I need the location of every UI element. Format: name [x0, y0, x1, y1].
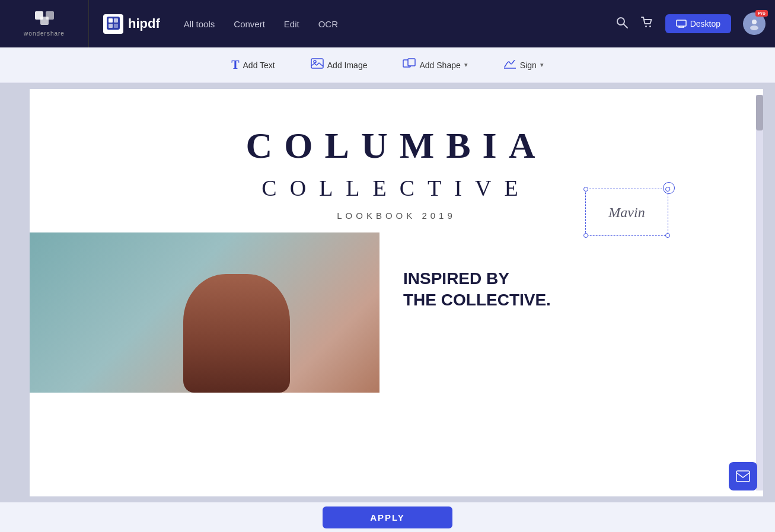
- svg-rect-2: [40, 17, 49, 25]
- add-text-label: Add Text: [243, 60, 275, 70]
- signature-box[interactable]: × Mavin: [585, 189, 668, 236]
- image-icon: [311, 58, 324, 72]
- svg-point-17: [750, 26, 758, 30]
- hipdf-icon: [103, 14, 123, 34]
- desktop-button[interactable]: Desktop: [665, 14, 731, 33]
- navbar: wondershare hipdf All tools Convert Edit…: [0, 0, 775, 47]
- hipdf-logo[interactable]: hipdf: [89, 14, 174, 34]
- svg-rect-6: [109, 24, 113, 28]
- svg-rect-5: [114, 18, 118, 23]
- sign-chevron: ▾: [540, 61, 544, 69]
- shape-icon: [403, 58, 416, 72]
- apply-button[interactable]: APPLY: [323, 506, 452, 528]
- search-icon[interactable]: [615, 16, 629, 32]
- desktop-label: Desktop: [690, 19, 720, 28]
- svg-rect-7: [114, 24, 118, 28]
- pro-badge: Pro: [755, 10, 768, 17]
- svg-point-11: [649, 26, 651, 27]
- hipdf-name: hipdf: [128, 16, 160, 31]
- svg-rect-21: [408, 59, 415, 66]
- svg-rect-4: [109, 18, 113, 23]
- text-icon: T: [231, 58, 239, 72]
- scrollbar-track[interactable]: [756, 95, 763, 490]
- svg-point-8: [617, 18, 624, 25]
- avatar-wrapper[interactable]: Pro: [743, 12, 766, 35]
- cart-icon[interactable]: [640, 16, 653, 32]
- nav-edit[interactable]: Edit: [284, 19, 299, 29]
- add-shape-chevron: ▾: [464, 61, 468, 69]
- ws-icon: [35, 11, 54, 29]
- pdf-canvas: COLUMBIA COLLECTIVE LOOKBOOK 2019 INSPIR…: [30, 89, 763, 496]
- sign-button[interactable]: Sign ▾: [497, 55, 550, 75]
- add-text-button[interactable]: T Add Text: [225, 55, 281, 75]
- pdf-right-heading: INSPIRED BY THE COLLECTIVE.: [403, 268, 551, 311]
- svg-point-16: [752, 20, 757, 24]
- chair-decoration: [183, 274, 290, 393]
- pdf-image-area: INSPIRED BY THE COLLECTIVE.: [30, 232, 763, 393]
- signature-handle-br[interactable]: [665, 233, 670, 238]
- svg-rect-23: [736, 471, 750, 482]
- pdf-right-text: INSPIRED BY THE COLLECTIVE.: [379, 232, 563, 393]
- add-shape-label: Add Shape: [419, 60, 460, 70]
- wondershare-logo[interactable]: wondershare: [0, 0, 89, 47]
- signature-text: Mavin: [608, 205, 645, 221]
- sign-label: Sign: [520, 60, 537, 70]
- wondershare-text: wondershare: [24, 30, 65, 37]
- svg-point-10: [645, 26, 647, 27]
- content-area: COLUMBIA COLLECTIVE LOOKBOOK 2019 INSPIR…: [0, 83, 775, 502]
- svg-line-9: [624, 24, 627, 28]
- toolbar: T Add Text Add Image Add Shape ▾: [0, 47, 775, 83]
- add-image-button[interactable]: Add Image: [305, 55, 374, 75]
- svg-point-19: [314, 60, 316, 63]
- signature-handle-tr[interactable]: [665, 187, 670, 192]
- signature-handle-tl[interactable]: [583, 187, 588, 192]
- nav-convert[interactable]: Convert: [234, 19, 265, 29]
- apply-bar: APPLY: [0, 502, 775, 532]
- pdf-title1: COLUMBIA: [30, 89, 763, 167]
- nav-right: Desktop Pro: [615, 12, 775, 35]
- sign-icon: [503, 58, 516, 72]
- svg-rect-12: [677, 20, 686, 26]
- add-shape-button[interactable]: Add Shape ▾: [397, 54, 473, 76]
- email-fab-button[interactable]: [729, 462, 757, 490]
- pdf-photo: [30, 232, 379, 393]
- svg-rect-18: [311, 59, 323, 68]
- add-image-label: Add Image: [327, 60, 368, 70]
- signature-handle-bl[interactable]: [583, 233, 588, 238]
- nav-links: All tools Convert Edit OCR: [174, 19, 615, 29]
- nav-ocr[interactable]: OCR: [318, 19, 338, 29]
- scrollbar-thumb[interactable]: [756, 95, 763, 130]
- nav-all-tools[interactable]: All tools: [184, 19, 215, 29]
